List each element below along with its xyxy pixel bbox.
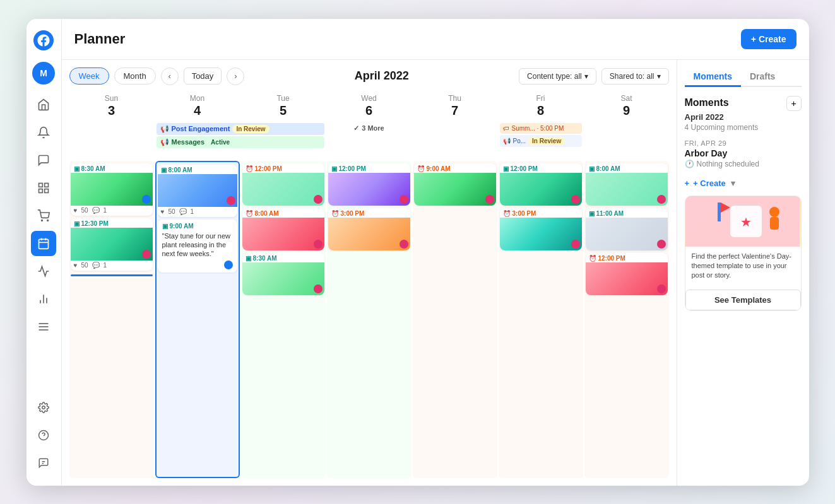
day-header-tue: Tue 5 — [241, 91, 326, 120]
month-view-button[interactable]: Month — [114, 67, 156, 85]
post-card[interactable]: ▣ 11:00 AM — [586, 208, 668, 250]
post-card[interactable]: ⏰ 3:00 PM — [328, 208, 410, 250]
svg-rect-24 — [770, 217, 779, 230]
post-image — [328, 173, 410, 206]
instagram-platform-dot — [400, 195, 408, 204]
post-time: 12:30 PM — [81, 220, 109, 227]
calendar-area: Week Month ‹ Today › April 2022 Content … — [62, 60, 677, 486]
plus-icon: + — [685, 179, 690, 188]
prev-button[interactable]: ‹ — [161, 67, 179, 85]
content-area: Week Month ‹ Today › April 2022 Content … — [62, 60, 809, 486]
post-card[interactable]: ▣ 12:30 PM ♥ 50 💬 1 — [71, 218, 153, 271]
day-number: 8 — [501, 103, 581, 118]
megaphone-icon: 📢 — [503, 138, 511, 144]
sidebar-item-home[interactable] — [31, 92, 56, 117]
content-type-filter[interactable]: Content type: all ▾ — [519, 68, 596, 85]
day-number: 6 — [329, 103, 409, 118]
post-time-row: ▣ 8:30 AM — [71, 163, 153, 173]
add-moment-button[interactable]: + — [786, 96, 802, 111]
fri-event-1[interactable]: 🏷 Summ... · 5:00 PM — [500, 123, 582, 134]
messages-event[interactable]: 📢 Messages Active — [157, 136, 324, 148]
calendar-toolbar: Week Month ‹ Today › April 2022 Content … — [69, 67, 669, 85]
post-card[interactable]: ▣ 12:00 PM — [328, 163, 410, 206]
schedule-text: Nothing scheduled — [697, 160, 759, 168]
post-card[interactable]: ⏰ 3:00 PM — [500, 208, 582, 250]
template-image: ★ — [685, 196, 801, 247]
clock-icon: 🕐 — [685, 160, 694, 168]
sidebar-item-more[interactable] — [31, 314, 56, 339]
day-header-wed: Wed 6 — [327, 91, 412, 120]
comments-count: 1 — [104, 207, 107, 214]
sidebar-item-avatar[interactable]: M — [32, 62, 55, 85]
post-card[interactable]: ▣ 8:00 AM — [586, 163, 668, 206]
see-templates-button[interactable]: See Templates — [685, 290, 801, 310]
sidebar-item-notifications[interactable] — [31, 120, 56, 145]
sidebar-item-messages[interactable] — [31, 148, 56, 173]
create-button[interactable]: + Create — [741, 29, 797, 49]
post-card[interactable]: ▣ 8:00 AM ♥ 50 💬 1 — [158, 165, 237, 217]
chevron-down-icon: ▾ — [584, 72, 588, 81]
event-label: Po... — [513, 138, 526, 144]
post-time: 3:00 PM — [512, 210, 536, 217]
clock-icon: ⏰ — [246, 210, 253, 217]
sidebar-item-shop[interactable] — [31, 203, 56, 228]
day-number: 3 — [72, 103, 151, 118]
instagram-platform-dot — [571, 195, 580, 204]
all-day-sat — [584, 122, 669, 160]
week-view-button[interactable]: Week — [69, 67, 109, 85]
svg-rect-7 — [39, 239, 49, 249]
text-post-card[interactable]: ▣ 9:00 AM "Stay tune for our new plant r… — [158, 220, 237, 273]
sidebar-item-pages[interactable] — [31, 175, 56, 201]
tab-moments[interactable]: Moments — [685, 67, 741, 87]
post-time-row: ▣ 12:00 PM — [328, 163, 410, 173]
comment-icon: 💬 — [179, 208, 187, 215]
next-button[interactable]: › — [227, 67, 244, 85]
post-card[interactable]: ⏰ 8:00 AM — [242, 208, 324, 250]
more-events-button[interactable]: ✓ 3 More — [328, 123, 410, 134]
col-friday: ▣ 12:00 PM ⏰ 3:00 PM — [499, 161, 583, 478]
all-day-thu — [413, 122, 497, 160]
post-time-row: ⏰ 3:00 PM — [500, 208, 582, 218]
sidebar-item-feedback[interactable] — [31, 450, 56, 476]
sidebar: M — [27, 19, 62, 486]
post-time-row: ⏰ 8:00 AM — [242, 208, 324, 218]
create-moment-button[interactable]: + + Create ▾ — [685, 179, 802, 188]
calendar-body: ▣ 8:30 AM ♥ 50 💬 1 — [69, 161, 669, 478]
today-button[interactable]: Today — [184, 67, 222, 85]
post-time-row: ⏰ 12:00 PM — [242, 163, 324, 173]
post-card[interactable]: ▣ 8:30 AM ♥ 50 💬 1 — [71, 163, 153, 216]
post-engagement-event[interactable]: 📢 Post Engagement In Review — [157, 123, 324, 135]
post-time-row: ▣ 12:00 PM — [500, 163, 582, 173]
col-saturday: ▣ 8:00 AM ▣ 11:00 AM — [584, 161, 669, 478]
content-type-label: Content type: all — [527, 72, 582, 81]
post-image — [158, 174, 237, 207]
comment-icon: 💬 — [92, 207, 100, 214]
svg-point-6 — [47, 220, 49, 221]
sidebar-item-settings[interactable] — [31, 395, 56, 420]
post-image — [500, 218, 582, 250]
post-time: 8:00 AM — [596, 165, 620, 172]
sidebar-item-ads[interactable] — [31, 259, 56, 284]
post-card[interactable]: ⏰ 12:00 PM — [586, 253, 668, 295]
post-time: 9:00 AM — [170, 223, 194, 230]
day-label: Sat — [587, 94, 666, 103]
post-card[interactable]: ⏰ 9:00 AM — [414, 163, 496, 206]
tab-drafts[interactable]: Drafts — [741, 67, 784, 87]
post-time-row: ⏰ 9:00 AM — [414, 163, 496, 173]
day-header-mon: Mon 4 — [155, 91, 240, 120]
sidebar-item-planner[interactable] — [31, 231, 56, 256]
fri-event-2[interactable]: 📢 Po... In Review — [500, 135, 582, 147]
sidebar-item-analytics[interactable] — [31, 286, 56, 312]
tag-icon: 🏷 — [503, 125, 509, 132]
ig-icon: ▣ — [331, 165, 337, 172]
post-card[interactable]: ▣ 8:30 AM — [242, 253, 324, 295]
clock-icon: ⏰ — [589, 255, 596, 262]
post-card[interactable]: ⏰ 12:00 PM — [242, 163, 324, 206]
svg-point-5 — [42, 220, 43, 221]
sidebar-item-help[interactable] — [31, 423, 56, 448]
shared-filter[interactable]: Shared to: all ▾ — [601, 68, 669, 85]
post-card[interactable]: ▣ 12:00 PM — [500, 163, 582, 206]
status-badge: Active — [207, 138, 234, 146]
col-wednesday: ▣ 12:00 PM ⏰ 3:00 PM — [327, 161, 412, 478]
day-label: Sun — [72, 94, 151, 103]
